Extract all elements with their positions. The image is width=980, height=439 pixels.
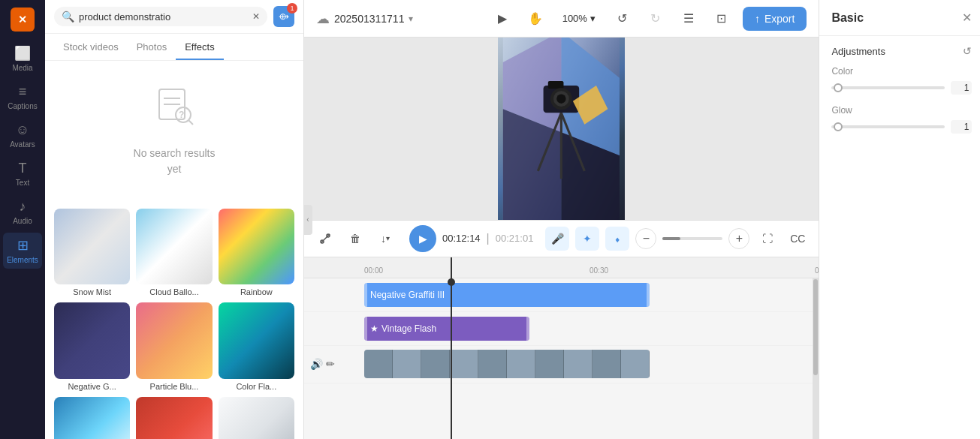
elements-icon: ⊞ bbox=[17, 237, 29, 254]
media-icon: ⬜ bbox=[14, 45, 31, 62]
audio-icon: ♪ bbox=[20, 199, 26, 215]
pointer-tool-button[interactable]: ▶ bbox=[490, 7, 514, 31]
sidebar-item-avatars[interactable]: ☺ Avatars bbox=[3, 118, 42, 153]
download-button[interactable]: ↓ ▾ bbox=[373, 227, 397, 251]
effect-snow-mist-label: Snow Mist bbox=[73, 287, 111, 296]
effect-cloud-label: Cloud Ballo... bbox=[149, 287, 198, 296]
effect-negative-label: Negative G... bbox=[68, 382, 116, 391]
project-name[interactable]: ☁ 202501311711 ▾ bbox=[316, 11, 413, 27]
glow-track-bg bbox=[831, 125, 945, 128]
captions-button[interactable]: CC bbox=[786, 227, 810, 251]
clip-handle-right[interactable] bbox=[647, 283, 650, 307]
video-frame-4 bbox=[450, 350, 478, 378]
effect-negative-thumb bbox=[54, 302, 130, 378]
color-slider-row: Color 1 bbox=[831, 66, 972, 95]
hand-tool-button[interactable]: ✋ bbox=[523, 7, 547, 31]
svg-rect-12 bbox=[548, 81, 564, 89]
export-icon: ↑ bbox=[755, 13, 760, 25]
sidebar-item-captions[interactable]: ≡ Captions bbox=[3, 80, 42, 115]
glow-slider-thumb[interactable] bbox=[834, 122, 843, 131]
effect-snow-mist[interactable]: Snow Mist bbox=[54, 209, 130, 296]
play-button[interactable]: ▶ bbox=[409, 225, 436, 252]
adjustments-reset-button[interactable]: ↺ bbox=[963, 45, 972, 57]
sidebar-item-text[interactable]: T Text bbox=[3, 156, 42, 191]
effect-color-label: Color Fla... bbox=[236, 382, 276, 391]
sidebar-audio-label: Audio bbox=[13, 217, 32, 225]
sidebar-item-audio[interactable]: ♪ Audio bbox=[3, 194, 42, 230]
filter-icon: ⟴ bbox=[279, 11, 289, 22]
video-frame-7 bbox=[535, 350, 564, 378]
search-clear-icon[interactable]: ✕ bbox=[252, 11, 260, 22]
sidebar-elements-label: Elements bbox=[7, 256, 38, 264]
clip-negative-graffiti[interactable]: Negative Graffiti III bbox=[364, 283, 650, 307]
effect-cloud-thumb bbox=[136, 209, 212, 284]
clip-vintage-flash[interactable]: ★ Vintage Flash bbox=[364, 317, 529, 341]
zoom-slider[interactable] bbox=[662, 237, 722, 240]
search-box[interactable]: 🔍 ✕ bbox=[54, 7, 267, 26]
sidebar-item-media[interactable]: ⬜ Media bbox=[3, 41, 42, 77]
split-button[interactable]: ⬧ bbox=[605, 227, 629, 251]
color-slider-label: Color bbox=[831, 66, 972, 77]
chevron-down-icon: ▾ bbox=[409, 14, 413, 24]
magic-button[interactable]: ✦ bbox=[575, 227, 599, 251]
app-logo[interactable]: ✕ bbox=[11, 8, 35, 32]
video-frame-1 bbox=[364, 350, 393, 378]
zoom-level-text: 100% bbox=[562, 13, 587, 24]
effects-grid: Snow Mist Cloud Ballo... Rainbow Negativ… bbox=[45, 200, 303, 439]
panel-tabs: Stock videos Photos Effects bbox=[45, 34, 303, 61]
tab-photos[interactable]: Photos bbox=[128, 34, 176, 60]
effect-rainbow[interactable]: Rainbow bbox=[219, 209, 294, 296]
effect-snow-mist-thumb bbox=[54, 209, 130, 284]
adjustments-title: Adjustments bbox=[831, 46, 885, 57]
right-panel-close-button[interactable]: ✕ bbox=[962, 11, 972, 25]
zoom-in-button[interactable]: + bbox=[728, 228, 749, 249]
effect-negative-g[interactable]: Negative G... bbox=[54, 302, 130, 390]
color-slider-thumb[interactable] bbox=[834, 83, 843, 92]
panel-toggle-button[interactable]: ⊡ bbox=[710, 7, 734, 31]
glow-slider-control: 1 bbox=[831, 120, 972, 134]
effect-color-fla[interactable]: Color Fla... bbox=[219, 302, 294, 390]
sidebar-text-label: Text bbox=[16, 179, 29, 187]
color-slider-track[interactable] bbox=[831, 86, 945, 89]
zoom-out-button[interactable]: − bbox=[635, 228, 656, 249]
glow-slider-track[interactable] bbox=[831, 125, 945, 128]
edit-icon[interactable]: ✏ bbox=[326, 358, 335, 370]
effect-particle-blu[interactable]: Particle Blu... bbox=[136, 302, 212, 390]
clip-vintage-handle-left[interactable] bbox=[364, 317, 367, 341]
timeline-scrollbar[interactable] bbox=[813, 278, 819, 440]
effect-blue1[interactable] bbox=[54, 397, 130, 439]
ruler-mark-60: 01:00 bbox=[815, 266, 819, 275]
microphone-button[interactable]: 🎤 bbox=[545, 227, 569, 251]
filter-badge: 1 bbox=[287, 3, 297, 14]
filter-button[interactable]: ⟴ 1 bbox=[273, 6, 294, 27]
zoom-control[interactable]: 100% ▾ bbox=[556, 10, 602, 27]
color-slider-control: 1 bbox=[831, 81, 972, 95]
delete-button[interactable]: 🗑 bbox=[343, 227, 367, 251]
search-input[interactable] bbox=[79, 11, 248, 23]
video-frame-8 bbox=[564, 350, 593, 378]
panel-collapse-handle[interactable]: ‹ bbox=[303, 205, 312, 235]
fullscreen-button[interactable]: ⛶ bbox=[755, 227, 779, 251]
clip-handle-left[interactable] bbox=[364, 283, 367, 307]
effect-red1[interactable] bbox=[136, 397, 212, 439]
effect-red1-thumb bbox=[136, 397, 212, 439]
clip-vintage-flash-label: Vintage Flash bbox=[381, 323, 436, 334]
effect-rainbow-thumb bbox=[219, 209, 294, 284]
clip-vintage-handle-right[interactable] bbox=[526, 317, 529, 341]
export-button[interactable]: ↑ Export bbox=[743, 7, 807, 31]
svg-point-15 bbox=[556, 95, 565, 104]
layout-toggle-button[interactable]: ☰ bbox=[677, 7, 701, 31]
effect-white1[interactable] bbox=[219, 397, 294, 439]
effect-cloud-ballo[interactable]: Cloud Ballo... bbox=[136, 209, 212, 296]
sidebar-item-elements[interactable]: ⊞ Elements bbox=[3, 233, 42, 269]
preview-area bbox=[304, 38, 819, 220]
tab-effects[interactable]: Effects bbox=[176, 34, 224, 60]
undo-button[interactable]: ↺ bbox=[611, 7, 635, 31]
volume-icon[interactable]: 🔊 bbox=[310, 358, 323, 370]
panel-topbar: 🔍 ✕ ⟴ 1 bbox=[45, 0, 303, 34]
redo-button[interactable]: ↻ bbox=[644, 7, 668, 31]
tab-stock-videos[interactable]: Stock videos bbox=[54, 34, 128, 60]
timeline-ruler: 00:00 00:30 01:00 bbox=[304, 257, 819, 278]
trim-tool-button[interactable] bbox=[313, 227, 337, 251]
effect-particle-thumb bbox=[136, 302, 212, 378]
